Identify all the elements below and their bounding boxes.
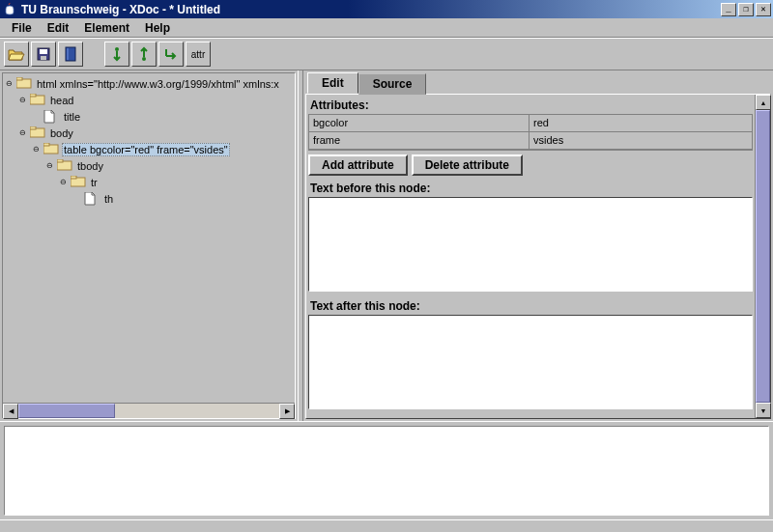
scroll-up-button[interactable]: ▲ [756, 95, 771, 110]
scroll-down-button[interactable]: ▼ [756, 403, 771, 418]
menu-bar: File Edit Element Help [0, 18, 773, 38]
tab-edit[interactable]: Edit [307, 72, 358, 94]
insert-child-button[interactable] [158, 42, 184, 67]
text-after-input[interactable] [308, 315, 753, 409]
vertical-splitter[interactable] [298, 70, 303, 421]
scroll-track[interactable] [18, 404, 279, 418]
vertical-scrollbar[interactable]: ▲ ▼ [755, 95, 770, 418]
attr-value[interactable]: red [530, 115, 752, 131]
attributes-table[interactable]: bgcolor red frame vsides [308, 114, 753, 151]
svg-rect-20 [57, 159, 63, 162]
attribute-row[interactable]: frame vsides [309, 132, 752, 150]
add-attribute-button[interactable]: Add attribute [308, 154, 408, 176]
folder-icon [30, 94, 45, 106]
tree-pane: ⊖ html xmlns="http://www.w3.org/1999/xht… [2, 72, 296, 419]
scroll-left-button[interactable]: ◀ [3, 404, 18, 419]
expand-toggle-icon[interactable]: ⊖ [45, 161, 54, 170]
bottom-pane [0, 421, 773, 519]
expand-toggle-icon[interactable]: ⊖ [5, 79, 14, 88]
attributes-header: Attributes: [308, 97, 753, 114]
open-button[interactable] [4, 42, 29, 67]
editor-pane: Edit Source Attributes: bgcolor red fram… [305, 72, 771, 419]
svg-point-7 [142, 57, 146, 61]
attr-value[interactable]: vsides [530, 132, 752, 149]
expand-toggle-icon[interactable]: ⊖ [32, 145, 41, 154]
tree-view[interactable]: ⊖ html xmlns="http://www.w3.org/1999/xht… [3, 73, 295, 403]
tree-row-table[interactable]: ⊖ table bgcolor="red" frame="vsides" [5, 141, 293, 157]
expand-toggle-icon[interactable]: ⊖ [59, 178, 68, 186]
tab-bar: Edit Source [305, 72, 771, 94]
scroll-thumb[interactable] [18, 404, 115, 418]
window-titlebar: TU Braunschweig - XDoc - * Untitled _ ❐ … [0, 0, 773, 18]
svg-rect-16 [30, 126, 36, 129]
text-after-label: Text after this node: [308, 297, 753, 315]
tree-row-title[interactable]: title [5, 108, 293, 125]
insert-after-button[interactable] [131, 42, 157, 67]
text-before-label: Text before this node: [308, 180, 753, 197]
tree-label: th [102, 193, 115, 205]
edit-panel: Attributes: bgcolor red frame vsides Add… [306, 95, 755, 418]
scroll-track[interactable] [756, 110, 770, 403]
book-button[interactable] [58, 42, 83, 67]
expand-toggle-icon[interactable]: ⊖ [18, 128, 27, 137]
scroll-right-button[interactable]: ▶ [279, 404, 295, 419]
minimize-button[interactable]: _ [721, 3, 736, 16]
svg-rect-22 [71, 176, 76, 179]
maximize-button[interactable]: ❐ [738, 3, 754, 16]
scroll-thumb[interactable] [756, 110, 770, 403]
tree-row-body[interactable]: ⊖ body [5, 125, 293, 141]
tree-row-head[interactable]: ⊖ head [5, 92, 293, 108]
tree-label: tbody [75, 160, 105, 172]
tree-label: tr [89, 177, 100, 188]
folder-icon [71, 176, 86, 188]
svg-rect-4 [67, 48, 69, 60]
output-area[interactable] [4, 426, 769, 516]
svg-rect-18 [43, 143, 49, 146]
attr-name[interactable]: frame [309, 132, 530, 149]
attribute-buttons: Add attribute Delete attribute [308, 151, 753, 180]
menu-help[interactable]: Help [137, 19, 178, 37]
folder-icon [16, 77, 32, 90]
tree-row-th[interactable]: th [5, 190, 293, 207]
text-before-input[interactable] [308, 197, 753, 292]
svg-rect-2 [41, 56, 46, 60]
delete-attribute-button[interactable]: Delete attribute [412, 154, 523, 176]
folder-icon [30, 126, 45, 139]
save-button[interactable] [31, 42, 56, 67]
attr-name[interactable]: bgcolor [309, 115, 530, 131]
tree-label: title [62, 111, 82, 123]
insert-before-button[interactable] [104, 42, 129, 67]
horizontal-scrollbar[interactable]: ◀ ▶ [3, 403, 295, 418]
attribute-row[interactable]: bgcolor red [309, 115, 752, 132]
window-title: TU Braunschweig - XDoc - * Untitled [21, 3, 719, 16]
menu-element[interactable]: Element [76, 19, 137, 37]
status-bar [0, 519, 773, 529]
tree-row-tr[interactable]: ⊖ tr [5, 174, 293, 190]
file-icon [43, 110, 59, 123]
expand-toggle-icon[interactable]: ⊖ [18, 96, 27, 104]
tab-content: Attributes: bgcolor red frame vsides Add… [305, 94, 771, 419]
tree-label: html xmlns="http://www.w3.org/1999/xhtml… [35, 78, 281, 90]
close-button[interactable]: ✕ [756, 3, 771, 16]
folder-icon [43, 143, 59, 155]
tree-label: body [48, 127, 75, 139]
main-area: ⊖ html xmlns="http://www.w3.org/1999/xht… [0, 70, 773, 421]
folder-icon [57, 159, 72, 172]
svg-point-5 [115, 47, 119, 51]
menu-file[interactable]: File [4, 19, 40, 37]
menu-edit[interactable]: Edit [40, 19, 77, 37]
svg-rect-12 [16, 77, 22, 80]
attr-button[interactable]: attr [186, 42, 211, 67]
tree-row-html[interactable]: ⊖ html xmlns="http://www.w3.org/1999/xht… [5, 75, 293, 92]
java-cup-icon [2, 2, 17, 17]
svg-rect-14 [30, 94, 36, 97]
tree-row-tbody[interactable]: ⊖ tbody [5, 157, 293, 174]
tree-label: head [48, 95, 75, 106]
tree-label: table bgcolor="red" frame="vsides" [62, 143, 230, 156]
svg-rect-1 [40, 49, 47, 54]
tab-source[interactable]: Source [358, 73, 427, 95]
toolbar: attr [0, 38, 773, 70]
file-icon [84, 192, 100, 205]
